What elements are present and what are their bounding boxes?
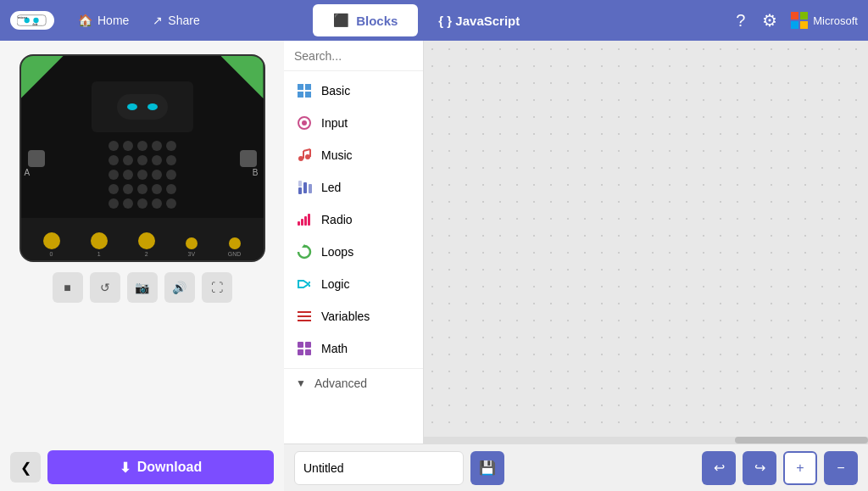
zoom-out-button[interactable]: − bbox=[824, 451, 858, 485]
bottom-right-buttons: ↩ ↪ + − bbox=[702, 451, 858, 485]
blocks-icon: ⬛ bbox=[333, 13, 349, 28]
sim-stop-button[interactable]: ■ bbox=[53, 272, 83, 303]
tab-blocks-button[interactable]: ⬛ Blocks bbox=[313, 4, 418, 36]
home-icon: 🏠 bbox=[78, 14, 92, 27]
sim-eye-right bbox=[147, 103, 158, 110]
main: A B 0 1 2 3V bbox=[0, 41, 868, 491]
sim-pin-0: 0 bbox=[43, 232, 60, 257]
sim-led bbox=[123, 155, 133, 165]
sim-pin-circle bbox=[91, 232, 108, 249]
sim-led bbox=[166, 198, 176, 209]
zoom-in-button[interactable]: + bbox=[783, 451, 817, 485]
sim-fullscreen-button[interactable]: ⛶ bbox=[202, 272, 232, 303]
svg-rect-21 bbox=[298, 181, 302, 187]
sim-led bbox=[123, 141, 133, 151]
project-name-input[interactable] bbox=[294, 451, 464, 485]
sidebar-item-basic[interactable]: Basic bbox=[284, 75, 423, 107]
workspace[interactable] bbox=[424, 41, 868, 491]
horizontal-scrollbar[interactable] bbox=[424, 437, 868, 444]
nav-links: 🏠 Home ↗ Share bbox=[68, 8, 210, 32]
sim-corner-tr bbox=[221, 56, 264, 98]
sidebar-item-radio[interactable]: Radio bbox=[284, 204, 423, 236]
sim-led bbox=[166, 141, 176, 151]
sidebar-item-advanced[interactable]: ▼ Advanced bbox=[284, 368, 423, 398]
sidebar-item-led[interactable]: Led bbox=[284, 171, 423, 204]
sim-led bbox=[108, 184, 119, 194]
sim-pin-label: 2 bbox=[145, 251, 148, 257]
undo-button[interactable]: ↩ bbox=[702, 451, 736, 485]
led-icon bbox=[296, 179, 313, 196]
left-panel: A B 0 1 2 3V bbox=[0, 41, 284, 491]
sim-led bbox=[152, 170, 162, 180]
sim-led bbox=[137, 141, 147, 151]
svg-rect-23 bbox=[309, 184, 312, 193]
radio-icon bbox=[296, 211, 313, 228]
sim-screenshot-button[interactable]: 📷 bbox=[127, 272, 158, 303]
sim-pin-circle bbox=[186, 237, 198, 249]
sim-led bbox=[152, 155, 162, 165]
sim-pin-circle bbox=[43, 232, 60, 249]
sim-pin-label: 1 bbox=[97, 251, 101, 257]
header-right: ? ⚙ Microsoft bbox=[732, 7, 858, 34]
svg-rect-25 bbox=[301, 219, 303, 226]
sidebar-item-logic[interactable]: Logic bbox=[284, 268, 423, 300]
advanced-label: Advanced bbox=[314, 377, 367, 390]
sim-led bbox=[123, 184, 133, 194]
sim-restart-button[interactable]: ↺ bbox=[90, 272, 120, 303]
sim-led bbox=[108, 198, 119, 209]
download-bar: ❮ ⬇ Download bbox=[0, 444, 284, 491]
tab-js-button[interactable]: { } JavaScript bbox=[418, 4, 540, 36]
variables-label: Variables bbox=[321, 310, 370, 323]
sim-pin-label: GND bbox=[228, 251, 242, 257]
search-input[interactable] bbox=[294, 49, 442, 63]
scrollbar-thumb[interactable] bbox=[735, 437, 868, 444]
led-label: Led bbox=[321, 181, 341, 194]
home-link[interactable]: 🏠 Home bbox=[68, 8, 139, 32]
share-link[interactable]: ↗ Share bbox=[142, 8, 209, 32]
sim-button-a[interactable] bbox=[28, 150, 45, 167]
sim-label-b: B bbox=[253, 168, 259, 177]
sidebar-item-input[interactable]: Input bbox=[284, 107, 423, 139]
help-button[interactable]: ? bbox=[732, 8, 748, 34]
sim-led bbox=[123, 170, 133, 180]
sim-led bbox=[123, 198, 133, 209]
sim-pin-circle bbox=[138, 232, 155, 249]
sim-pin-3v: 3V bbox=[186, 237, 198, 257]
sidebar-item-music[interactable]: Music bbox=[284, 139, 423, 171]
loops-icon bbox=[296, 243, 313, 260]
sidebar-item-loops[interactable]: Loops bbox=[284, 236, 423, 268]
svg-text::bit: :bit bbox=[32, 22, 38, 26]
svg-rect-6 bbox=[800, 12, 808, 20]
svg-rect-24 bbox=[298, 221, 300, 226]
sim-screen bbox=[92, 81, 193, 132]
logic-icon bbox=[296, 276, 313, 293]
svg-rect-37 bbox=[305, 349, 311, 355]
sim-button-b[interactable] bbox=[240, 150, 257, 167]
download-button[interactable]: ⬇ Download bbox=[47, 450, 274, 484]
sim-eye-left bbox=[127, 103, 137, 110]
sim-corner-tl bbox=[21, 56, 64, 98]
sim-led bbox=[137, 155, 147, 165]
redo-button[interactable]: ↪ bbox=[743, 451, 776, 485]
sim-label-a: A bbox=[25, 168, 31, 177]
sim-controls: ■ ↺ 📷 🔊 ⛶ bbox=[53, 272, 232, 303]
svg-point-14 bbox=[302, 120, 307, 126]
collapse-button[interactable]: ❮ bbox=[10, 452, 41, 483]
settings-button[interactable]: ⚙ bbox=[759, 7, 781, 34]
sim-audio-button[interactable]: 🔊 bbox=[164, 272, 195, 303]
svg-rect-8 bbox=[800, 21, 808, 29]
svg-rect-12 bbox=[305, 92, 311, 98]
sim-led bbox=[166, 184, 176, 194]
sidebar-item-math[interactable]: Math bbox=[284, 332, 423, 365]
svg-rect-5 bbox=[791, 12, 798, 20]
logic-label: Logic bbox=[321, 277, 349, 291]
math-label: Math bbox=[321, 342, 348, 355]
search-bar: 🔍 bbox=[284, 41, 423, 71]
sim-led bbox=[137, 198, 147, 209]
svg-rect-22 bbox=[303, 182, 307, 193]
block-menu: Basic Input Music bbox=[284, 71, 423, 491]
save-project-button[interactable]: 💾 bbox=[470, 451, 504, 485]
save-icon: 💾 bbox=[479, 460, 496, 476]
sim-pin-gnd: GND bbox=[228, 237, 242, 257]
sidebar-item-variables[interactable]: Variables bbox=[284, 300, 423, 332]
